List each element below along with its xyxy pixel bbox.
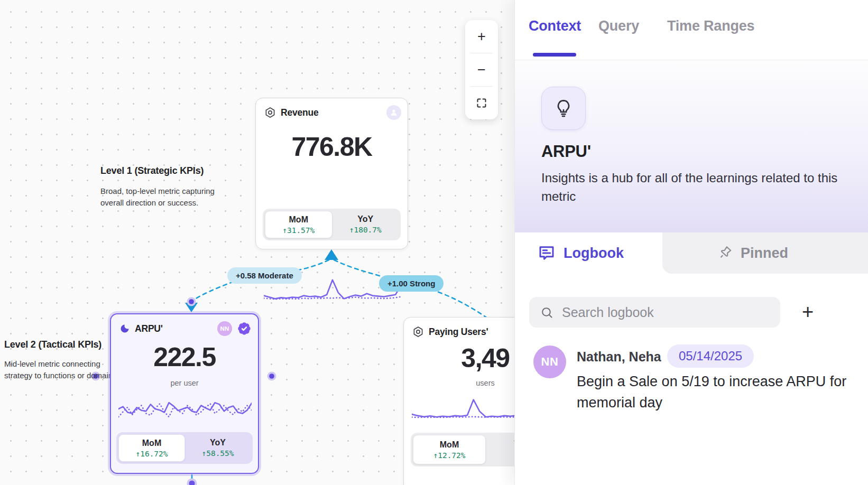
mom-value: ↑31.57% [265,226,332,235]
mom-toggle[interactable]: MoM ↑31.57% [265,211,333,238]
tab-time-ranges[interactable]: Time Ranges [667,18,754,34]
verified-check-icon [237,321,252,336]
metric-value: 222.5 [111,342,258,372]
arrowhead-up-icon [325,249,338,260]
handle-top [189,299,194,304]
edge-revenue-arpu-2 [193,282,234,300]
card-title: Revenue [281,107,319,118]
edge-revenue-paying [334,260,383,277]
zoom-out-button[interactable]: − [465,53,498,86]
metric-value: 776.8K [256,132,408,162]
yoy-value: ↑58.55% [185,449,251,458]
context-sidebar: Context Query Time Ranges ARPU' Insights… [514,0,868,485]
card-title: ARPU' [135,323,163,334]
lightbulb-icon [553,98,574,119]
author-avatar: NN [533,346,566,378]
moon-icon [119,323,130,334]
delta-toggle: MoM ↑31.57% YoY ↑180.7% [263,209,401,240]
handle-right [269,374,274,379]
entry-text: Begin a Sale on 5/19 to increase ARPU fo… [577,371,868,413]
owner-avatar-icon [386,105,401,120]
mom-value: ↑12.72% [413,451,485,460]
metric-unit: per user [111,379,258,387]
yoy-value: ↑180.7% [333,226,399,234]
delta-toggle: MoM ↑16.72% YoY ↑58.55% [116,432,253,464]
metric-tree-app: Level 1 (Strategic KPIs) Broad, top-leve… [0,0,868,485]
author-name: Nathan, Neha [577,349,661,365]
zoom-controls: + − [465,20,498,119]
sparkline [118,393,252,425]
owner-initials-badge: NN [217,321,232,336]
active-tab-indicator [533,53,576,57]
sidebar-tab-bar: Context Query Time Ranges [515,0,868,60]
card-title: Paying Users' [429,327,488,338]
pin-icon [714,242,736,264]
tab-query[interactable]: Query [598,18,639,34]
metric-card-revenue[interactable]: Revenue 776.8K MoM ↑31.57% YoY ↑180.7% [255,98,408,249]
tab-pinned[interactable]: Pinned [662,232,868,274]
metric-description: Insights is a hub for all of the learnin… [541,169,865,206]
logbook-search-row: + [515,297,868,328]
metric-hexagon-icon [412,326,424,338]
level-2-annotation: Level 2 (Tactical KPIs) Mid-level metric… [4,339,119,381]
zoom-in-button[interactable]: + [465,20,498,53]
mom-toggle[interactable]: MoM ↑16.72% [118,434,185,462]
edge-label-strong[interactable]: +1.00 Strong [379,275,444,292]
metric-hexagon-icon [264,107,276,118]
search-box [529,297,780,328]
search-logbook-input[interactable] [562,297,773,327]
logbook-tab-bar: Logbook Pinned [515,232,868,274]
add-logbook-entry-button[interactable]: + [795,299,820,324]
entry-date-badge: 05/14/2025 [667,344,754,368]
mom-toggle[interactable]: MoM ↑12.72% [413,435,486,464]
metric-context-header: ARPU' Insights is a hub for all of the l… [515,60,868,232]
fit-view-button[interactable] [465,87,498,119]
metric-card-arpu[interactable]: ARPU' NN 222.5 per user MoM ↑16.72% [110,313,259,474]
level-1-annotation: Level 1 (Strategic KPIs) Broad, top-leve… [100,165,215,209]
metric-title: ARPU' [541,142,591,161]
tab-context[interactable]: Context [529,18,581,34]
search-icon [540,306,553,319]
fullscreen-icon [476,98,487,108]
level-1-title: Level 1 (Strategic KPIs) [100,165,215,176]
handle-bottom [189,481,195,485]
mom-value: ↑16.72% [119,450,184,458]
insight-tile [541,87,586,130]
tab-logbook[interactable]: Logbook [537,232,624,274]
logbook-chat-icon [537,244,556,263]
yoy-toggle[interactable]: YoY ↑180.7% [333,211,399,238]
arrowhead-down-icon [185,303,198,312]
edge-label-moderate[interactable]: +0.58 Moderate [227,267,302,284]
level-2-title: Level 2 (Tactical KPIs) [4,339,119,350]
yoy-toggle[interactable]: YoY ↑58.55% [185,434,251,462]
